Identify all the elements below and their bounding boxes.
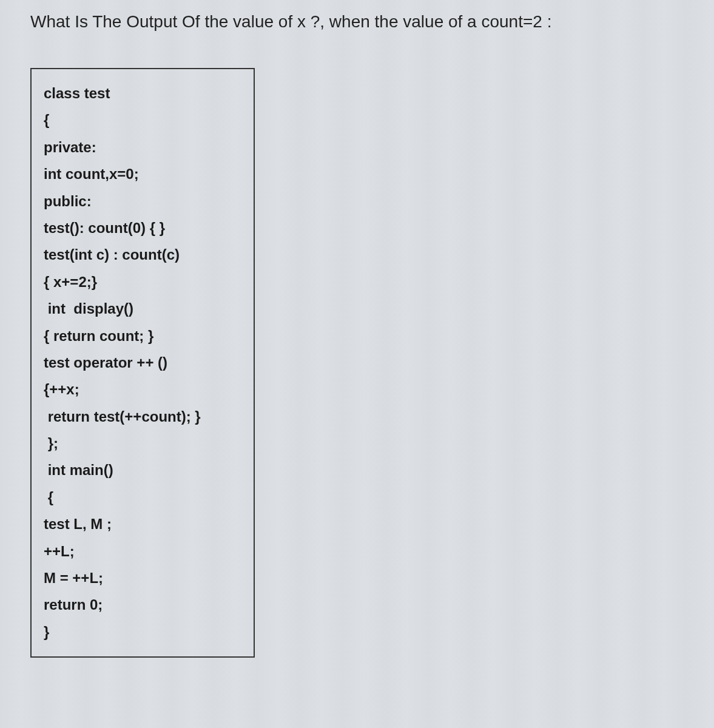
code-line: };	[44, 430, 241, 457]
code-line: M = ++L;	[44, 565, 241, 592]
code-line: class test	[44, 80, 241, 107]
code-line: int main()	[44, 457, 241, 484]
code-line: test(int c) : count(c)	[44, 241, 241, 268]
code-line: }	[44, 619, 241, 645]
code-line: { return count; }	[44, 323, 241, 349]
code-line: ++L;	[44, 538, 241, 565]
code-line: {	[44, 484, 241, 511]
code-line: {++x;	[44, 376, 241, 403]
code-line: { x+=2;}	[44, 269, 241, 295]
code-line: private:	[44, 134, 241, 161]
question-text: What Is The Output Of the value of x ?, …	[30, 12, 684, 32]
code-line: int count,x=0;	[44, 161, 241, 187]
code-line: return 0;	[44, 592, 241, 618]
code-line: test(): count(0) { }	[44, 215, 241, 241]
code-line: int display()	[44, 295, 241, 322]
code-line: return test(++count); }	[44, 403, 241, 430]
code-line: public:	[44, 188, 241, 215]
code-box: class test { private: int count,x=0; pub…	[30, 68, 255, 658]
code-line: test operator ++ ()	[44, 349, 241, 376]
code-line: test L, M ;	[44, 511, 241, 538]
code-line: {	[44, 107, 241, 133]
